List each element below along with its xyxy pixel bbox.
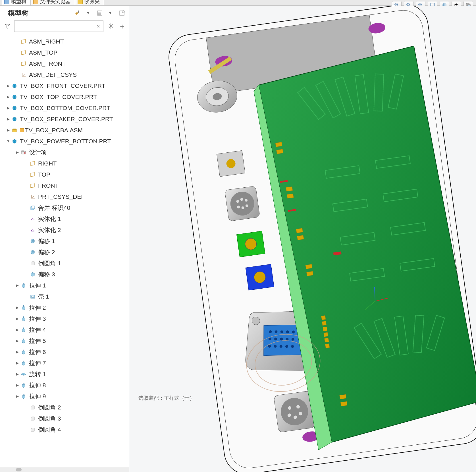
extrude-icon: [20, 349, 27, 355]
tree-item[interactable]: ▶TV_BOX_SPEAKER_COVER.PRT: [0, 113, 129, 125]
expand-icon[interactable]: ▶: [5, 127, 11, 133]
add-button[interactable]: ＋: [118, 22, 126, 30]
expand-icon[interactable]: ▶: [14, 382, 20, 388]
panel-title: 模型树: [8, 9, 68, 18]
tree-icon: [4, 0, 9, 4]
expand-icon[interactable]: ▶: [14, 327, 20, 333]
collapse-icon[interactable]: ▼: [5, 138, 11, 144]
tree-item[interactable]: ▶拉伸 6: [0, 346, 129, 357]
expand-icon[interactable]: ▶: [5, 94, 11, 100]
tab-folder[interactable]: 文件夹浏览器: [31, 0, 75, 5]
svg-rect-83: [275, 142, 282, 147]
settings-button[interactable]: [118, 9, 126, 17]
tree-item[interactable]: ▶TV_BOX_PCBA.ASM: [0, 125, 129, 136]
3d-viewport[interactable]: 选取装配：主样式（十）: [129, 6, 476, 472]
horizontal-scrollbar[interactable]: [0, 467, 129, 472]
part-icon: [11, 116, 18, 122]
tab-tree[interactable]: 模型树: [2, 0, 31, 5]
favorite-button[interactable]: ✳: [107, 22, 115, 30]
tree-item[interactable]: ▶倒圆角 3: [0, 413, 129, 424]
tree-item[interactable]: ▶偏移 1: [0, 235, 129, 247]
tree-item[interactable]: ▶ASM_FRONT: [0, 58, 129, 69]
tree-item-label: ASM_FRONT: [29, 60, 127, 67]
tree-item[interactable]: ▶拉伸 4: [0, 324, 129, 335]
shell-icon: [30, 293, 36, 300]
tree-item[interactable]: ▶TOP: [0, 169, 129, 180]
model-tree[interactable]: ▶ASM_RIGHT▶ASM_TOP▶ASM_FRONT▶ASM_DEF_CSY…: [0, 35, 129, 467]
plane-icon: [20, 49, 27, 56]
tree-item[interactable]: ▶实体化 2: [0, 224, 129, 235]
folder-icon: [20, 149, 27, 156]
tree-item[interactable]: ▶拉伸 2: [0, 302, 129, 313]
svg-rect-92: [322, 321, 327, 326]
filter-icon[interactable]: [4, 23, 11, 30]
part-icon: [11, 83, 18, 89]
tree-item-label: TV_BOX_POWER_BOTTON.PRT: [20, 138, 127, 145]
tree-item[interactable]: ▶拉伸 5: [0, 335, 129, 346]
svg-rect-97: [340, 394, 346, 399]
tree-item-label: 旋转 1: [29, 370, 127, 378]
tree-item[interactable]: ▶偏移 2: [0, 247, 129, 258]
expand-icon[interactable]: ▶: [14, 349, 20, 355]
tree-item-label: 拉伸 3: [29, 315, 127, 323]
svg-rect-94: [324, 332, 328, 337]
expand-icon[interactable]: ▶: [14, 393, 20, 399]
tree-item[interactable]: ▶旋转 1: [0, 369, 129, 380]
svg-rect-85: [286, 187, 293, 191]
extrude-icon: [20, 338, 27, 344]
tree-search-input[interactable]: [14, 20, 103, 32]
tree-item[interactable]: ▶ASM_DEF_CSYS: [0, 69, 129, 80]
expand-icon[interactable]: ▶: [14, 360, 20, 366]
tree-item-label: 倒圆角 4: [38, 426, 127, 434]
panel-header: 模型树 ▼ ▼: [0, 6, 129, 19]
tree-item[interactable]: ▶拉伸 1: [0, 280, 129, 291]
display-options-button[interactable]: [95, 9, 104, 17]
expand-icon[interactable]: ▶: [5, 116, 11, 122]
svg-rect-98: [340, 401, 347, 406]
expand-icon[interactable]: ▶: [14, 305, 20, 311]
chevron-down-icon: ▼: [109, 11, 112, 15]
tree-item[interactable]: ▶拉伸 3: [0, 313, 129, 324]
expand-icon[interactable]: ▶: [5, 83, 11, 89]
tools-button[interactable]: [73, 9, 82, 17]
tree-item[interactable]: ▶拉伸 7: [0, 357, 129, 369]
extrude-icon: [20, 393, 27, 399]
svg-rect-86: [287, 194, 294, 198]
tree-item[interactable]: ▶ASM_RIGHT: [0, 36, 129, 47]
tree-item[interactable]: ▶拉伸 9: [0, 391, 129, 402]
tree-item[interactable]: ▶FRONT: [0, 180, 129, 191]
extrude-icon: [20, 305, 27, 311]
tree-item[interactable]: ▶ASM_TOP: [0, 47, 129, 58]
tree-item[interactable]: ▶合并 标识40: [0, 202, 129, 213]
expand-icon[interactable]: ▶: [5, 105, 11, 111]
tree-item[interactable]: ▶偏移 3: [0, 269, 129, 280]
tree-item-label: TV_BOX_BOTTOM_COVER.PRT: [20, 105, 127, 111]
merge-icon: [30, 205, 36, 211]
clear-search-button[interactable]: ×: [95, 23, 102, 30]
tree-item[interactable]: ▶设计项: [0, 147, 129, 158]
tree-item-label: 合并 标识40: [38, 204, 127, 212]
tab-star[interactable]: 收藏夹: [75, 0, 104, 5]
svg-rect-88: [297, 235, 304, 240]
tree-item[interactable]: ▶倒圆角 1: [0, 258, 129, 269]
tree-item[interactable]: ▶RIGHT: [0, 158, 129, 169]
tree-item[interactable]: ▼TV_BOX_POWER_BOTTON.PRT: [0, 136, 129, 147]
svg-rect-87: [296, 228, 303, 233]
tree-item[interactable]: ▶拉伸 8: [0, 380, 129, 391]
tree-item[interactable]: ▶PRT_CSYS_DEF: [0, 191, 129, 202]
tree-item[interactable]: ▶壳 1: [0, 291, 129, 302]
extrude-icon: [20, 327, 27, 333]
tree-item[interactable]: ▶实体化 1: [0, 213, 129, 224]
tree-item[interactable]: ▶倒圆角 4: [0, 424, 129, 435]
expand-icon[interactable]: ▶: [14, 282, 20, 289]
expand-icon[interactable]: ▶: [14, 149, 20, 156]
expand-icon[interactable]: ▶: [14, 371, 20, 377]
tree-item[interactable]: ▶倒圆角 2: [0, 402, 129, 413]
tree-item-label: TV_BOX_PCBA.ASM: [25, 127, 127, 134]
expand-icon[interactable]: ▶: [14, 338, 20, 344]
expand-icon[interactable]: ▶: [14, 316, 20, 322]
tree-item-label: 拉伸 5: [29, 337, 127, 345]
tree-item[interactable]: ▶TV_BOX_BOTTOM_COVER.PRT: [0, 102, 129, 113]
tree-item[interactable]: ▶TV_BOX_FRONT_COVER.PRT: [0, 80, 129, 91]
tree-item[interactable]: ▶TV_BOX_TOP_COVER.PRT: [0, 91, 129, 102]
